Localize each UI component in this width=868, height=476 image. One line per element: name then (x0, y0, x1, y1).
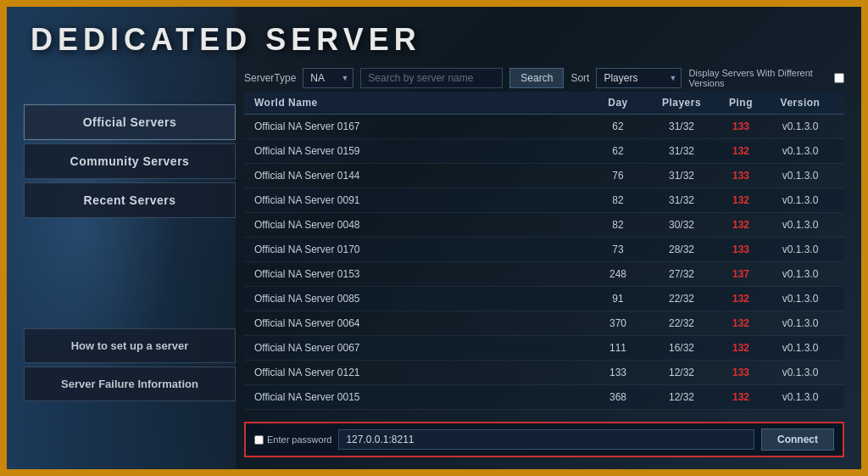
table-row[interactable]: Official NA Server 0091 82 31/32 132 v0.… (244, 188, 844, 213)
cell-version: v0.1.3.0 (766, 120, 834, 132)
cell-ping: 132 (715, 194, 766, 206)
content-area: DEDICATED SERVER Official Servers Commun… (7, 7, 861, 469)
cell-ping: 132 (715, 317, 766, 329)
table-row[interactable]: Official NA Server 0167 62 31/32 133 v0.… (244, 115, 844, 139)
password-checkbox[interactable] (254, 435, 264, 445)
cell-ping: 133 (715, 244, 766, 255)
cell-version: v0.1.3.0 (766, 342, 834, 354)
col-world-name: World Name (254, 97, 588, 109)
cell-ping: 132 (715, 342, 766, 354)
table-row[interactable]: Official NA Server 0015 368 12/32 132 v0… (244, 385, 844, 410)
table-row[interactable]: Official NA Server 0159 62 31/32 132 v0.… (244, 139, 844, 164)
cell-ping: 137 (715, 268, 766, 280)
cell-version: v0.1.3.0 (766, 367, 834, 378)
cell-ping: 133 (715, 170, 766, 182)
cell-world-name: Official NA Server 0067 (254, 342, 588, 354)
diff-versions-checkbox[interactable] (834, 73, 844, 83)
diff-versions-container: Display Servers With Different Versions (688, 68, 844, 88)
cell-version: v0.1.3.0 (766, 219, 834, 231)
cell-day: 82 (588, 219, 648, 231)
cell-world-name: Official NA Server 0091 (254, 194, 588, 206)
sort-wrapper: Players Ping World Name Version (596, 68, 682, 88)
cell-day: 82 (588, 194, 648, 206)
cell-world-name: Official NA Server 0064 (254, 317, 588, 329)
server-type-wrapper: NA EU AS SA OC (303, 68, 353, 88)
cell-version: v0.1.3.0 (766, 317, 834, 329)
ip-input[interactable] (338, 429, 754, 450)
cell-players: 22/32 (648, 317, 715, 329)
main-window: DEDICATED SERVER Official Servers Commun… (7, 7, 861, 469)
server-type-select[interactable]: NA EU AS SA OC (303, 68, 353, 88)
table-row[interactable]: Official NA Server 0048 82 30/32 132 v0.… (244, 213, 844, 238)
cell-players: 27/32 (648, 268, 715, 280)
cell-ping: 132 (715, 219, 766, 231)
cell-ping: 132 (715, 145, 766, 157)
cell-day: 111 (588, 342, 648, 354)
cell-version: v0.1.3.0 (766, 244, 834, 255)
cell-version: v0.1.3.0 (766, 268, 834, 280)
cell-players: 16/32 (648, 342, 715, 354)
cell-players: 30/32 (648, 219, 715, 231)
cell-world-name: Official NA Server 0085 (254, 293, 588, 305)
sidebar-item-how-to-setup[interactable]: How to set up a server (24, 328, 236, 363)
cell-players: 12/32 (648, 367, 715, 378)
table-row[interactable]: Official NA Server 0085 91 22/32 132 v0.… (244, 287, 844, 311)
table-row[interactable]: Official NA Server 0144 76 31/32 133 v0.… (244, 164, 844, 188)
connect-button[interactable]: Connect (761, 428, 834, 451)
table-row[interactable]: Official NA Server 0153 248 27/32 137 v0… (244, 262, 844, 287)
cell-ping: 133 (715, 367, 766, 378)
cell-players: 28/32 (648, 244, 715, 255)
table-header: World Name Day Players Ping Version (244, 92, 844, 115)
cell-players: 22/32 (648, 293, 715, 305)
cell-version: v0.1.3.0 (766, 391, 834, 403)
cell-version: v0.1.3.0 (766, 194, 834, 206)
cell-day: 73 (588, 244, 648, 255)
cell-players: 12/32 (648, 391, 715, 403)
sidebar-item-server-failure[interactable]: Server Failure Information (24, 367, 236, 401)
col-version: Version (766, 97, 834, 109)
search-input[interactable] (360, 68, 503, 88)
server-type-label: ServerType (244, 72, 296, 84)
cell-world-name: Official NA Server 0144 (254, 170, 588, 182)
sort-label: Sort (570, 72, 589, 84)
cell-version: v0.1.3.0 (766, 293, 834, 305)
table-row[interactable]: Official NA Server 0064 370 22/32 132 v0… (244, 311, 844, 336)
sidebar-nav: Official Servers Community Servers Recen… (24, 104, 236, 218)
sort-select[interactable]: Players Ping World Name Version (596, 68, 682, 88)
cell-players: 31/32 (648, 194, 715, 206)
cell-day: 368 (588, 391, 648, 403)
table-row[interactable]: Official NA Server 0170 73 28/32 133 v0.… (244, 238, 844, 262)
table-body: Official NA Server 0167 62 31/32 133 v0.… (244, 115, 844, 418)
bottom-connect-bar: Enter password Connect (244, 422, 844, 457)
sidebar-item-official-servers[interactable]: Official Servers (24, 104, 236, 140)
sidebar-bottom-nav: How to set up a server Server Failure In… (24, 328, 236, 401)
cell-ping: 132 (715, 391, 766, 403)
cell-world-name: Official NA Server 0121 (254, 367, 588, 378)
diff-versions-label: Display Servers With Different Versions (688, 68, 831, 88)
password-label-text: Enter password (267, 434, 331, 445)
search-button[interactable]: Search (509, 68, 564, 88)
table-row[interactable]: Official NA Server 0121 133 12/32 133 v0… (244, 361, 844, 385)
cell-day: 62 (588, 120, 648, 132)
cell-day: 91 (588, 293, 648, 305)
cell-day: 62 (588, 145, 648, 157)
cell-world-name: Official NA Server 0170 (254, 244, 588, 255)
sidebar-item-community-servers[interactable]: Community Servers (24, 143, 236, 179)
col-ping: Ping (715, 97, 766, 109)
cell-world-name: Official NA Server 0015 (254, 391, 588, 403)
cell-world-name: Official NA Server 0153 (254, 268, 588, 280)
cell-version: v0.1.3.0 (766, 145, 834, 157)
cell-day: 248 (588, 268, 648, 280)
table-row[interactable]: Official NA Server 0067 111 16/32 132 v0… (244, 336, 844, 361)
cell-players: 31/32 (648, 120, 715, 132)
cell-day: 133 (588, 367, 648, 378)
cell-world-name: Official NA Server 0048 (254, 219, 588, 231)
cell-day: 370 (588, 317, 648, 329)
filter-controls: ServerType NA EU AS SA OC Search Sort Pl… (244, 68, 844, 88)
col-day: Day (588, 97, 648, 109)
cell-ping: 132 (715, 293, 766, 305)
sidebar-item-recent-servers[interactable]: Recent Servers (24, 182, 236, 218)
page-title: DEDICATED SERVER (31, 22, 421, 58)
col-players: Players (648, 97, 715, 109)
cell-world-name: Official NA Server 0159 (254, 145, 588, 157)
